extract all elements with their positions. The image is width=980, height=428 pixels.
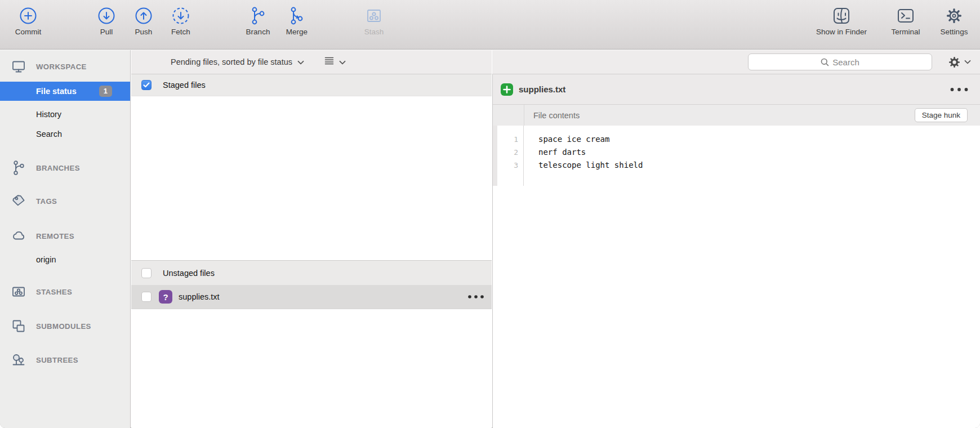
fetch-icon — [172, 5, 190, 26]
staged-files-checkbox[interactable] — [141, 80, 152, 90]
terminal-button[interactable]: Terminal — [885, 5, 926, 36]
staged-add-icon — [501, 83, 513, 96]
fetch-button[interactable]: Fetch — [166, 5, 195, 36]
file-list-filter-bar: Pending files, sorted by file status — [131, 50, 492, 74]
terminal-icon — [896, 5, 915, 26]
sidebar-section-workspace[interactable]: WORKSPACE — [0, 57, 130, 76]
main-toolbar: Commit Pull Push Fet — [0, 0, 980, 50]
sidebar-section-subtrees[interactable]: SUBTREES — [0, 350, 130, 369]
chevron-down-icon — [964, 60, 971, 64]
file-status-count-badge: 1 — [99, 86, 112, 97]
show-in-finder-button[interactable]: Show in Finder — [810, 5, 873, 36]
sidebar-section-tags[interactable]: TAGS — [0, 191, 130, 211]
sidebar-item-search[interactable]: Search — [0, 124, 130, 144]
finder-icon — [832, 5, 851, 26]
code-line: nerf darts — [538, 146, 643, 159]
merge-button[interactable]: Merge — [280, 5, 314, 36]
gear-icon — [948, 56, 961, 69]
sidebar-section-submodules[interactable]: SUBMODULES — [0, 316, 130, 336]
search-bar: Search — [492, 50, 980, 74]
commit-button[interactable]: Commit — [8, 5, 48, 36]
diff-file-header: supplies.txt — [493, 74, 980, 105]
unstaged-files-header: Unstaged files — [131, 260, 492, 285]
stash-icon — [366, 5, 382, 26]
search-input[interactable]: Search — [748, 54, 932, 70]
push-button[interactable]: Push — [130, 5, 157, 36]
file-checkbox[interactable] — [141, 292, 152, 302]
sidebar-section-stashes[interactable]: STASHES — [0, 282, 130, 301]
pull-button[interactable]: Pull — [93, 5, 120, 36]
commit-icon — [19, 5, 37, 26]
untracked-status-icon: ? — [159, 290, 172, 304]
chevron-down-icon[interactable] — [339, 57, 346, 67]
sidebar-item-history[interactable]: History — [0, 105, 130, 124]
sidebar: WORKSPACE File status 1 History Search B… — [0, 50, 131, 428]
file-actions-ellipsis-button[interactable] — [467, 295, 484, 299]
staged-files-list — [131, 96, 492, 260]
branch-icon — [250, 5, 266, 26]
hunk-header: File contents Stage hunk — [493, 105, 980, 126]
unstaged-files-checkbox[interactable] — [141, 268, 152, 278]
pending-files-dropdown[interactable]: Pending files, sorted by file status — [171, 57, 292, 66]
line-number: 3 — [493, 159, 523, 172]
line-number: 1 — [493, 133, 523, 146]
push-icon — [135, 5, 153, 26]
submodules-icon — [10, 319, 27, 333]
code-line: telescope light shield — [538, 159, 643, 172]
subtrees-icon — [10, 353, 27, 367]
diff-pane: supplies.txt File contents Stage hunk 1 … — [492, 74, 980, 428]
stage-hunk-button[interactable]: Stage hunk — [915, 108, 968, 122]
pull-icon — [97, 5, 115, 26]
check-icon — [143, 82, 150, 88]
code-lines: space ice cream nerf darts telescope lig… — [524, 126, 643, 186]
branches-icon — [10, 160, 27, 176]
search-icon — [821, 58, 829, 66]
diff-file-title: supplies.txt — [519, 84, 565, 94]
diff-actions-ellipsis-button[interactable] — [950, 87, 969, 92]
sidebar-section-branches[interactable]: BRANCHES — [0, 158, 130, 177]
file-contents-view: 1 2 3 space ice cream nerf darts telesco… — [493, 126, 980, 186]
sidebar-section-remotes[interactable]: REMOTES — [0, 226, 130, 246]
sidebar-item-origin[interactable]: origin — [0, 250, 130, 269]
repo-settings-menu[interactable] — [948, 56, 971, 69]
code-line: space ice cream — [538, 133, 643, 146]
gear-icon — [945, 5, 964, 26]
tag-icon — [10, 194, 27, 208]
sidebar-item-file-status[interactable]: File status 1 — [0, 82, 130, 101]
staged-files-header: Staged files — [131, 74, 492, 96]
file-row-supplies-txt[interactable]: ? supplies.txt — [131, 285, 492, 309]
settings-button[interactable]: Settings — [937, 5, 972, 36]
cloud-icon — [10, 229, 27, 243]
app-window: Commit Pull Push Fet — [0, 0, 980, 428]
line-number: 2 — [493, 146, 523, 159]
stash-button: Stash — [359, 5, 389, 36]
stashes-icon — [10, 284, 27, 299]
merge-icon — [288, 5, 305, 26]
chevron-down-icon[interactable] — [297, 57, 304, 67]
branch-button[interactable]: Branch — [241, 5, 275, 36]
file-status-pane: Staged files Unstaged files ? supplies.t… — [131, 74, 492, 428]
workspace-icon — [10, 59, 27, 74]
view-options-icon[interactable] — [324, 57, 334, 67]
line-number-gutter: 1 2 3 — [493, 126, 524, 186]
